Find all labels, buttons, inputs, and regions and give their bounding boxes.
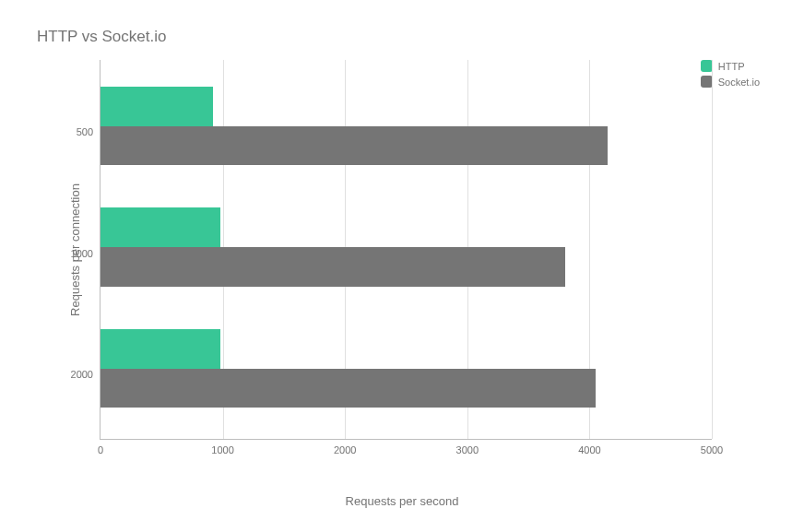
- bar-http: [100, 329, 220, 369]
- plot-area: 01000200030004000500050010002000: [100, 60, 712, 440]
- bar-http: [100, 87, 213, 126]
- chart-title: HTTP vs Socket.io: [37, 28, 767, 46]
- x-tick: 0: [98, 439, 103, 455]
- bar-socketio: [100, 126, 608, 166]
- legend-label-socketio: Socket.io: [718, 77, 760, 88]
- bar-group: 500: [100, 83, 712, 182]
- x-tick: 2000: [334, 439, 356, 455]
- bar-group: 1000: [100, 204, 712, 302]
- gridline: [712, 60, 713, 439]
- y-tick: 500: [77, 126, 100, 137]
- x-tick: 5000: [701, 439, 723, 455]
- y-tick: 2000: [71, 369, 100, 380]
- y-tick: 1000: [71, 248, 100, 259]
- plot-wrapper: Requests per connection 0100020003000400…: [42, 60, 712, 440]
- legend-label-http: HTTP: [718, 61, 745, 72]
- bar-group: 2000: [100, 325, 712, 424]
- bar-http: [100, 207, 220, 247]
- x-axis-label: Requests per second: [346, 494, 459, 508]
- bar-socketio: [100, 369, 596, 408]
- x-tick: 4000: [578, 439, 600, 455]
- x-tick: 3000: [456, 439, 479, 455]
- bar-socketio: [100, 247, 565, 287]
- chart-container: HTTP vs Socket.io HTTP Socket.io Request…: [0, 0, 804, 532]
- x-tick: 1000: [211, 439, 233, 455]
